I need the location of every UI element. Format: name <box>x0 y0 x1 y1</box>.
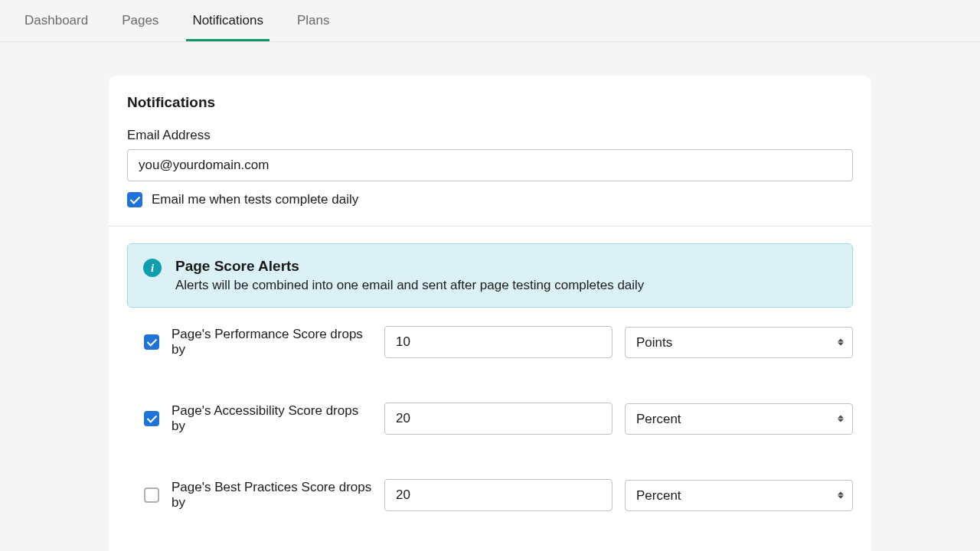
alert-row-performance: Page's Performance Score drops by Points <box>127 326 853 358</box>
nav-item-pages[interactable]: Pages <box>119 1 162 41</box>
page-score-alerts-info: i Page Score Alerts Alerts will be combi… <box>127 243 853 308</box>
daily-email-label: Email me when tests complete daily <box>152 192 358 207</box>
alert-row-best-practices: Page's Best Practices Score drops by Per… <box>127 479 853 511</box>
alert-checkbox-accessibility[interactable] <box>144 411 159 426</box>
top-nav: Dashboard Pages Notifications Plans <box>0 0 980 42</box>
alert-label-performance: Page's Performance Score drops by <box>172 327 372 357</box>
info-icon: i <box>143 259 162 277</box>
alert-value-accessibility[interactable] <box>384 403 612 435</box>
notifications-title: Notifications <box>127 94 853 111</box>
page-score-alerts-description: Alerts will be combined into one email a… <box>175 278 837 293</box>
alert-unit-accessibility[interactable]: Percent <box>625 403 853 435</box>
alert-checkbox-performance[interactable] <box>144 334 159 350</box>
nav-item-notifications[interactable]: Notifications <box>189 1 266 41</box>
email-field[interactable] <box>127 149 853 181</box>
alert-checkbox-best-practices[interactable] <box>144 487 159 503</box>
email-label: Email Address <box>127 128 853 143</box>
alert-value-best-practices[interactable] <box>384 479 612 511</box>
alert-value-performance[interactable] <box>384 326 612 358</box>
alert-label-accessibility: Page's Accessibility Score drops by <box>172 403 372 434</box>
alerts-list: Page's Performance Score drops by Points… <box>109 308 871 551</box>
alert-unit-performance[interactable]: Points <box>625 327 853 358</box>
alert-unit-best-practices[interactable]: Percent <box>625 480 853 511</box>
daily-email-row: Email me when tests complete daily <box>127 192 853 207</box>
page-score-alerts-section: i Page Score Alerts Alerts will be combi… <box>109 227 871 308</box>
notifications-section: Notifications Email Address Email me whe… <box>109 76 871 227</box>
notifications-card: Notifications Email Address Email me whe… <box>109 76 871 551</box>
nav-item-dashboard[interactable]: Dashboard <box>21 1 91 41</box>
daily-email-checkbox[interactable] <box>127 192 142 207</box>
alert-row-accessibility: Page's Accessibility Score drops by Perc… <box>127 403 853 435</box>
nav-item-plans[interactable]: Plans <box>294 1 333 41</box>
alert-label-best-practices: Page's Best Practices Score drops by <box>172 480 372 510</box>
page-score-alerts-title: Page Score Alerts <box>175 258 837 275</box>
